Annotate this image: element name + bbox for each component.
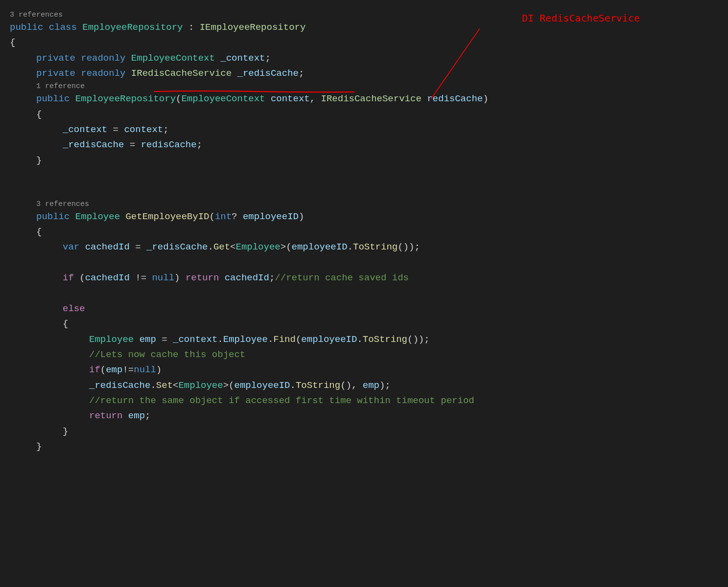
method-call: Get bbox=[213, 242, 230, 252]
brace-open: { bbox=[63, 318, 68, 329]
method-call: Set bbox=[156, 380, 173, 391]
local-var: emp bbox=[128, 410, 145, 421]
param-name: employeeID bbox=[292, 242, 348, 252]
code-line[interactable]: if(emp!=null) bbox=[10, 362, 718, 378]
type-name: Employee bbox=[89, 334, 134, 345]
brace-close: } bbox=[63, 426, 68, 437]
code-line[interactable]: _redisCache = redisCache; bbox=[10, 137, 718, 153]
field-name: _redisCache bbox=[146, 242, 208, 252]
keyword-int: int bbox=[215, 211, 232, 222]
keyword-return: return bbox=[186, 272, 219, 283]
code-line[interactable]: private readonly IRedisCacheService _red… bbox=[10, 66, 718, 81]
comment: //return cache saved ids bbox=[275, 272, 409, 283]
comment: //return the same object if accessed fir… bbox=[89, 395, 474, 406]
param-name: context bbox=[124, 124, 163, 135]
code-line[interactable]: private readonly EmployeeContext _contex… bbox=[10, 51, 718, 66]
type-arg: Employee bbox=[236, 242, 281, 252]
code-line[interactable]: _context = context; bbox=[10, 122, 718, 137]
keyword-else: else bbox=[63, 303, 85, 314]
local-var: cachedId bbox=[85, 242, 130, 252]
code-line[interactable]: _redisCache.Set<Employee>(employeeID.ToS… bbox=[10, 378, 718, 393]
interface-name: IRedisCacheService bbox=[131, 68, 232, 79]
brace-open: { bbox=[36, 226, 42, 237]
method-call: ToString bbox=[353, 242, 398, 252]
type-arg: Employee bbox=[178, 380, 223, 391]
comment: //Lets now cache this object bbox=[89, 349, 245, 360]
code-line[interactable]: { bbox=[10, 107, 718, 122]
empty-line[interactable] bbox=[10, 168, 718, 183]
param-type: EmployeeContext bbox=[181, 93, 265, 104]
property-name: Employee bbox=[223, 334, 268, 345]
code-line[interactable]: public EmployeeRepository(EmployeeContex… bbox=[10, 91, 718, 107]
keyword-return: return bbox=[89, 410, 122, 421]
brace-open: { bbox=[10, 37, 15, 48]
keyword-readonly: readonly bbox=[81, 68, 125, 79]
keyword-null: null bbox=[152, 272, 174, 283]
return-type: Employee bbox=[75, 211, 120, 222]
brace-open: { bbox=[36, 109, 42, 120]
empty-line[interactable] bbox=[10, 286, 718, 301]
param-name: redisCache bbox=[427, 93, 483, 104]
keyword-readonly: readonly bbox=[81, 53, 125, 64]
keyword-if: if bbox=[89, 364, 100, 375]
keyword-private: private bbox=[36, 68, 75, 79]
code-line[interactable]: //Lets now cache this object bbox=[10, 347, 718, 362]
local-var: emp bbox=[140, 334, 156, 345]
keyword-var: var bbox=[63, 242, 79, 252]
keyword-public: public bbox=[36, 211, 70, 222]
code-line[interactable]: } bbox=[10, 153, 718, 168]
code-line[interactable]: var cachedId = _redisCache.Get<Employee>… bbox=[10, 240, 718, 255]
param-name: employeeID bbox=[243, 211, 299, 222]
local-var: emp bbox=[363, 380, 379, 391]
constructor-name: EmployeeRepository bbox=[75, 93, 176, 104]
field-name: _redisCache bbox=[89, 380, 150, 391]
keyword-null: null bbox=[134, 364, 156, 375]
local-var: emp bbox=[106, 364, 122, 375]
param-name: employeeID bbox=[301, 334, 357, 345]
method-name: GetEmployeeByID bbox=[125, 211, 209, 222]
code-line[interactable]: { bbox=[10, 35, 718, 50]
code-line[interactable]: Employee emp = _context.Employee.Find(em… bbox=[10, 332, 718, 347]
code-line[interactable]: public Employee GetEmployeeByID(int? emp… bbox=[10, 209, 718, 225]
brace-close: } bbox=[36, 155, 42, 166]
param-type: IRedisCacheService bbox=[321, 93, 422, 104]
code-line[interactable]: //return the same object if accessed fir… bbox=[10, 393, 718, 408]
field-name: _redisCache bbox=[63, 139, 124, 150]
code-line[interactable]: { bbox=[10, 316, 718, 332]
keyword-class: class bbox=[49, 22, 77, 33]
code-line[interactable]: { bbox=[10, 225, 718, 240]
code-line[interactable]: } bbox=[10, 439, 718, 454]
brace-close: } bbox=[36, 441, 42, 452]
empty-line[interactable] bbox=[10, 183, 718, 199]
field-name: _context bbox=[220, 53, 265, 64]
method-call: ToString bbox=[363, 334, 407, 345]
type-name: EmployeeContext bbox=[131, 53, 215, 64]
code-line[interactable]: return emp; bbox=[10, 408, 718, 424]
keyword-if: if bbox=[63, 272, 74, 283]
local-var: cachedId bbox=[85, 272, 130, 283]
class-name: EmployeeRepository bbox=[82, 22, 183, 33]
field-name: _redisCache bbox=[237, 68, 299, 79]
method-call: Find bbox=[273, 334, 296, 345]
code-line[interactable]: if (cachedId != null) return cachedId;//… bbox=[10, 271, 718, 286]
param-name: redisCache bbox=[141, 139, 197, 150]
code-line[interactable]: else bbox=[10, 301, 718, 316]
param-name: context bbox=[271, 93, 310, 104]
local-var: cachedId bbox=[225, 272, 269, 283]
keyword-public: public bbox=[10, 22, 43, 33]
field-name: _context bbox=[173, 334, 217, 345]
keyword-private: private bbox=[36, 53, 75, 64]
interface-name: IEmployeeRepository bbox=[200, 22, 306, 33]
field-name: _context bbox=[63, 124, 107, 135]
code-line[interactable]: } bbox=[10, 424, 718, 439]
keyword-public: public bbox=[36, 93, 70, 104]
codelens-references[interactable]: 3 references bbox=[10, 199, 718, 209]
code-line[interactable]: public class EmployeeRepository : IEmplo… bbox=[10, 20, 718, 35]
codelens-references[interactable]: 1 reference bbox=[10, 81, 718, 91]
param-name: employeeID bbox=[234, 380, 290, 391]
empty-line[interactable] bbox=[10, 255, 718, 271]
method-call: ToString bbox=[296, 380, 340, 391]
